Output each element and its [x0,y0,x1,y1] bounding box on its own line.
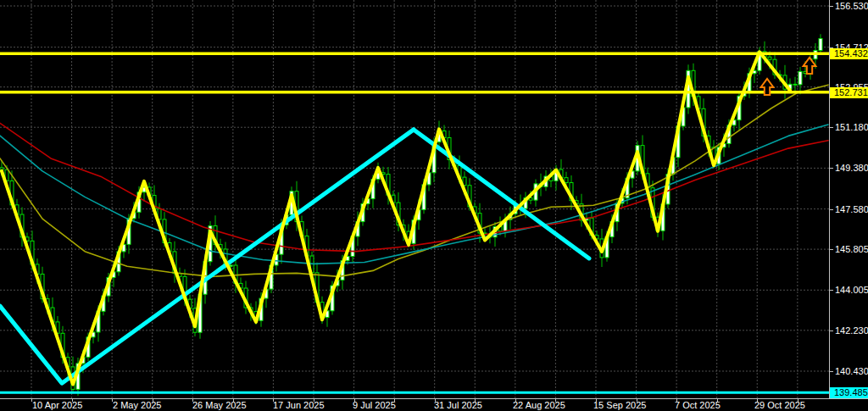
time-axis-label: 26 May 2025 [192,400,247,411]
time-axis-label: 7 Oct 2025 [675,400,721,411]
price-level-badge[interactable]: 139.485 [830,387,868,398]
price-level-badge[interactable]: 152.731 [830,87,868,98]
price-axis-tick [830,290,833,291]
price-axis-label: 142.230 [835,325,868,336]
price-axis-tick [830,371,833,372]
trading-chart-window: 156.530154.712152.955151.180149.380147.5… [0,0,868,411]
price-axis-tick [830,209,833,210]
time-axis-label: 9 Jul 2025 [353,400,396,411]
time-axis-label: 29 Oct 2025 [754,400,805,411]
time-axis[interactable]: 10 Apr 20252 May 202526 May 202517 Jun 2… [0,398,868,411]
time-axis-label: 2 May 2025 [113,400,161,411]
price-axis-tick [830,168,833,169]
trendline-down[interactable] [414,130,589,258]
time-axis-label: 31 Jul 2025 [434,400,482,411]
price-axis[interactable]: 156.530154.712152.955151.180149.380147.5… [829,0,868,398]
time-axis-label: 22 Aug 2025 [513,400,565,411]
price-chart-canvas[interactable] [0,0,829,398]
price-axis-label: 151.180 [835,122,868,133]
price-axis-label: 156.530 [835,1,868,12]
price-level-badge[interactable]: 154.432 [830,48,868,59]
candle-body[interactable] [798,71,802,85]
zigzag-line [2,52,790,384]
price-axis-label: 140.430 [835,366,868,377]
price-axis-label: 145.805 [835,244,868,255]
price-axis-label: 147.580 [835,204,868,215]
candle-body[interactable] [793,84,797,85]
candle-body[interactable] [565,178,568,183]
candle-body[interactable] [819,39,822,51]
time-axis-label: 15 Sep 2025 [593,400,646,411]
price-axis-label: 149.380 [835,163,868,174]
price-axis-label: 144.005 [835,285,868,296]
price-axis-tick [830,127,833,128]
price-axis-tick [830,249,833,250]
price-axis-tick [830,6,833,7]
time-axis-label: 17 Jun 2025 [273,400,325,411]
price-axis-tick [830,330,833,331]
time-axis-label: 10 Apr 2025 [32,400,82,411]
candle-body[interactable] [768,57,771,59]
